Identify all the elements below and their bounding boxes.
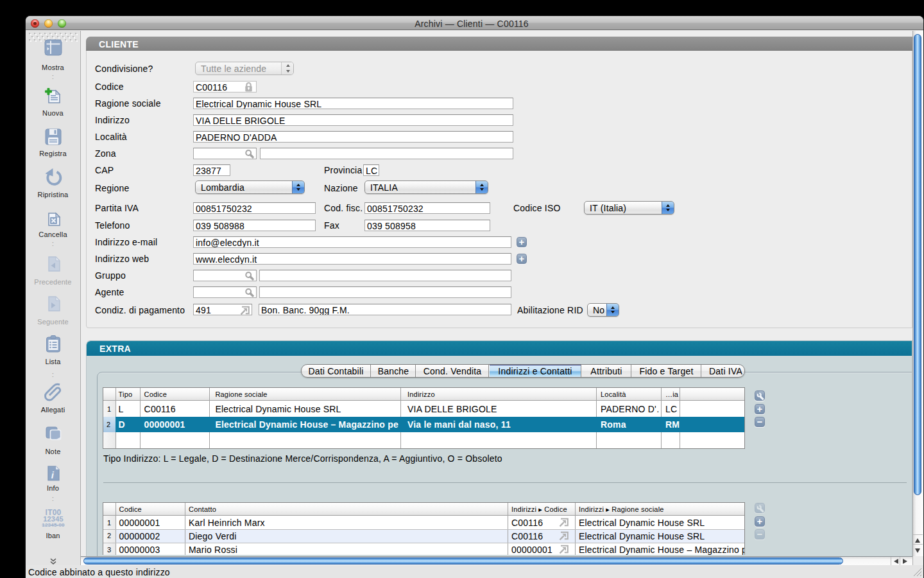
svg-text:12345-00: 12345-00 xyxy=(42,522,65,528)
svg-text:i: i xyxy=(51,469,55,480)
